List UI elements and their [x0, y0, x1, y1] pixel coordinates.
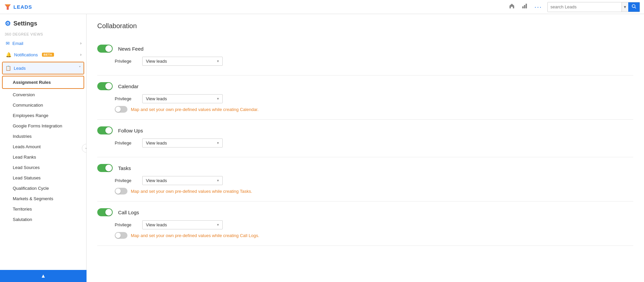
calendar-toggle-knob	[105, 83, 112, 90]
home-button[interactable]	[507, 2, 517, 12]
beta-badge: BETA	[42, 53, 54, 57]
calendar-privilege-value: View leads	[146, 96, 167, 101]
tasks-map-toggle-knob	[115, 188, 121, 194]
call-logs-map-toggle-knob	[115, 233, 121, 238]
call-logs-map-toggle[interactable]	[115, 232, 127, 239]
call-logs-section: Call Logs Privilege View leads ▾ Map and…	[97, 202, 633, 246]
follow-ups-toggle-knob	[105, 127, 112, 134]
search-go-button[interactable]	[628, 2, 640, 12]
scroll-up-button[interactable]: ▲	[0, 270, 87, 282]
google-forms-label: Google Forms Integration	[13, 123, 62, 128]
sidebar-item-leads[interactable]: 📋 Leads ˅	[3, 62, 84, 74]
svg-line-6	[635, 7, 636, 9]
news-feed-toggle[interactable]	[97, 45, 113, 53]
nav-icons: ···	[507, 2, 544, 12]
follow-ups-section: Follow Ups Privilege View leads ▾	[97, 120, 633, 157]
sidebar-item-territories[interactable]: Territories	[0, 204, 86, 214]
territories-label: Territories	[13, 207, 32, 212]
assignment-rules-wrapper: Assignment Rules	[2, 76, 84, 89]
call-logs-map-text: Map and set your own pre-defined values …	[131, 233, 259, 238]
sidebar-item-google-forms[interactable]: Google Forms Integration	[0, 121, 86, 131]
leads-item-left: 📋 Leads	[5, 65, 25, 71]
sidebar-item-lead-ranks[interactable]: Lead Ranks	[0, 152, 86, 162]
call-logs-privilege-value: View leads	[146, 222, 167, 227]
news-feed-privilege-label: Privilege	[115, 59, 138, 64]
svg-rect-4	[526, 4, 527, 8]
sidebar-item-industries[interactable]: Industries	[0, 131, 86, 142]
main-content: Collaboration News Feed Privilege View l…	[87, 14, 644, 282]
follow-ups-privilege-value: View leads	[146, 140, 167, 146]
search-input[interactable]	[548, 4, 622, 9]
more-dots-icon: ···	[534, 3, 542, 10]
sidebar-item-employees-range[interactable]: Employees Range	[0, 110, 86, 121]
leads-amount-label: Leads Amount	[13, 144, 41, 149]
settings-header: ⚙ Settings	[0, 14, 86, 31]
scroll-up-icon: ▲	[41, 273, 46, 279]
sidebar-item-notifications[interactable]: 🔔 Notifications BETA ›	[0, 49, 86, 60]
follow-ups-dropdown-arrow-icon: ▾	[217, 141, 219, 145]
industries-label: Industries	[13, 134, 32, 139]
leads-wrapper: 📋 Leads ˅	[2, 62, 84, 74]
sidebar: ⚙ Settings 360 Degree Views ✉ Email › 🔔 …	[0, 14, 87, 282]
sidebar-section-label: 360 Degree Views	[0, 31, 86, 38]
communication-label: Communication	[13, 103, 43, 108]
call-logs-toggle-knob	[105, 209, 112, 216]
leads-chevron-icon: ˅	[79, 66, 81, 70]
sidebar-item-email[interactable]: ✉ Email ›	[0, 38, 86, 49]
follow-ups-toggle[interactable]	[97, 126, 113, 134]
sidebar-item-assignment-rules[interactable]: Assignment Rules	[3, 78, 84, 87]
tasks-privilege-select[interactable]: View leads ▾	[142, 176, 223, 185]
call-logs-dropdown-arrow-icon: ▾	[217, 223, 219, 227]
follow-ups-privilege-label: Privilege	[115, 140, 138, 146]
follow-ups-privilege-select[interactable]: View leads ▾	[142, 138, 223, 148]
calendar-section: Calendar Privilege View leads ▾ Map and …	[97, 75, 633, 120]
tasks-map-toggle[interactable]	[115, 188, 127, 194]
chart-icon	[522, 3, 528, 9]
sidebar-item-markets-segments[interactable]: Markets & Segments	[0, 193, 86, 204]
email-item-left: ✉ Email	[6, 41, 23, 46]
calendar-privilege-select[interactable]: View leads ▾	[142, 94, 223, 103]
tasks-privilege-label: Privilege	[115, 178, 138, 183]
sidebar-item-conversion[interactable]: Conversion	[0, 90, 86, 100]
sidebar-item-qualification-cycle[interactable]: Qualification Cycle	[0, 183, 86, 193]
tasks-title: Tasks	[118, 165, 131, 171]
sidebar-item-leads-amount[interactable]: Leads Amount	[0, 142, 86, 152]
notifications-item-left: 🔔 Notifications BETA	[6, 52, 54, 57]
app-title: LEADS	[13, 4, 32, 10]
search-dropdown-button[interactable]: ▾	[622, 2, 628, 12]
news-feed-toggle-knob	[105, 45, 112, 52]
calendar-map-toggle[interactable]	[115, 106, 127, 113]
sidebar-item-salutation[interactable]: Salutation	[0, 214, 86, 225]
call-logs-privilege-select[interactable]: View leads ▾	[142, 220, 223, 229]
notifications-label: Notifications	[14, 52, 38, 57]
calendar-privilege-label: Privilege	[115, 96, 138, 101]
leads-logo-icon	[4, 3, 11, 11]
bell-icon: 🔔	[6, 52, 11, 57]
sidebar-item-communication[interactable]: Communication	[0, 100, 86, 110]
notifications-chevron-icon: ›	[80, 52, 82, 57]
salutation-label: Salutation	[13, 217, 32, 222]
news-feed-title: News Feed	[118, 46, 144, 52]
calendar-map-text: Map and set your own pre-defined values …	[131, 107, 259, 112]
search-icon	[632, 4, 636, 9]
call-logs-privilege-label: Privilege	[115, 222, 138, 227]
page-title: Collaboration	[97, 22, 633, 30]
sidebar-item-lead-sources[interactable]: Lead Sources	[0, 162, 86, 173]
employees-range-label: Employees Range	[13, 113, 48, 118]
tasks-section: Tasks Privilege View leads ▾ Map and set…	[97, 157, 633, 202]
markets-segments-label: Markets & Segments	[13, 196, 53, 201]
news-feed-section: News Feed Privilege View leads ▾	[97, 38, 633, 75]
more-button[interactable]: ···	[532, 2, 544, 12]
chart-button[interactable]	[520, 2, 530, 12]
call-logs-title: Call Logs	[118, 210, 139, 215]
leads-label: Leads	[14, 66, 25, 71]
call-logs-toggle[interactable]	[97, 208, 113, 216]
sidebar-item-lead-statuses[interactable]: Lead Statuses	[0, 173, 86, 183]
tasks-toggle[interactable]	[97, 164, 113, 172]
calendar-toggle[interactable]	[97, 82, 113, 90]
lead-statuses-label: Lead Statuses	[13, 175, 41, 180]
news-feed-privilege-select[interactable]: View leads ▾	[142, 57, 223, 66]
qualification-cycle-label: Qualification Cycle	[13, 186, 49, 191]
svg-rect-3	[524, 5, 525, 8]
calendar-dropdown-arrow-icon: ▾	[217, 97, 219, 101]
